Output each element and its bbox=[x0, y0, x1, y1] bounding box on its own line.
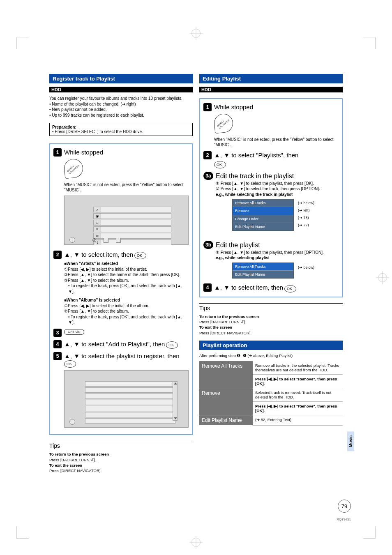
menu-arrow-labels: (➔ below) (➔ left) (➔ 78) (➔ 77) bbox=[298, 200, 331, 228]
ok-button-icon: OK bbox=[166, 341, 178, 349]
disc-icon bbox=[69, 419, 75, 425]
ok-button-icon: OK bbox=[64, 360, 76, 368]
playlist-operation-table: Remove All Tracks Remove all tracks in t… bbox=[199, 361, 343, 426]
instruction-line: ③Press [▲, ▼] to select the album. bbox=[64, 278, 189, 283]
instruction-sub: • To register the track, press [OK], and… bbox=[64, 314, 189, 325]
option-menu-3a: Remove All Tracks Remove Change Order Ed… bbox=[232, 199, 294, 231]
navigator-screen-mock: ♪ ◉ ♫ ≡ ⧈ ♩ ⓘ bbox=[64, 196, 189, 245]
side-tab-music: Music bbox=[347, 431, 354, 451]
section-title-editing: Editing Playlist bbox=[199, 74, 343, 83]
step-4: 4 ▲, ▼ to select "Add to Playlist", then… bbox=[53, 340, 189, 349]
table-row: Edit Playlist Name (➔ 82, Entering Text) bbox=[199, 415, 343, 425]
prep-text: • Press [DRIVE SELECT] to select the HDD… bbox=[52, 129, 143, 134]
step-number-icon: 2 bbox=[203, 151, 212, 159]
list-item bbox=[85, 400, 175, 405]
album-icon: ◉ bbox=[94, 214, 101, 219]
intro-text: You can register your favourite albums a… bbox=[49, 96, 193, 118]
step-number-icon: 4 bbox=[53, 340, 62, 348]
crop-mark bbox=[16, 526, 29, 539]
op-action: Press [◀, ▶] to select "Remove", then pr… bbox=[253, 374, 343, 388]
list-item bbox=[85, 406, 175, 411]
list-item bbox=[85, 394, 175, 399]
right-column: Editing Playlist HDD 1 While stopped Whe… bbox=[199, 74, 343, 474]
instruction-line: ①Press [◀, ▶] to select the initial of t… bbox=[64, 267, 189, 272]
step-title: ▲, ▼ to select item, then bbox=[214, 284, 283, 291]
op-action: Press [◀, ▶] to select "Remove", then pr… bbox=[253, 401, 343, 415]
flow-left: 1 While stopped When "MUSIC" is not sele… bbox=[49, 143, 193, 435]
step-title: While stopped bbox=[214, 103, 339, 111]
playlist-icon: ≡ bbox=[94, 227, 101, 232]
instruction-line: ② Press [▲, ▼] to select the track, then… bbox=[216, 186, 339, 192]
crop-mark bbox=[363, 526, 376, 539]
step-title: ▲, ▼ to select item, then bbox=[64, 251, 133, 258]
step-title: ▲, ▼ to select the playlist to register,… bbox=[64, 352, 180, 359]
list-item bbox=[85, 418, 175, 424]
step-3: 3 OPTION bbox=[53, 329, 189, 337]
step-number-icon: 4 bbox=[203, 283, 212, 292]
r-step-4: 4 ▲, ▼ to select item, then OK bbox=[203, 283, 339, 292]
step-number-icon: 1 bbox=[203, 103, 212, 111]
section-title-op: Playlist operation bbox=[199, 341, 343, 350]
step-title: ▲, ▼ to select "Add to Playlist", then bbox=[64, 341, 165, 348]
menu-item: Change Order bbox=[233, 215, 293, 223]
intro-line: You can register your favourite albums a… bbox=[49, 96, 193, 101]
tips-body: To return to the previous screen Press [… bbox=[49, 451, 193, 473]
instruction-sub: • To register the track, press [OK], and… bbox=[64, 283, 189, 294]
hdd-tag: HDD bbox=[49, 87, 193, 92]
arrow-label: (➔ left) bbox=[298, 208, 331, 213]
ok-button-icon: OK bbox=[214, 161, 226, 168]
subheading-albums: ■When "Albums" is selected bbox=[64, 297, 189, 303]
tips-text: Press [DIRECT NAVIGATOR]. bbox=[199, 331, 251, 335]
op-after-text: After performing step ❶–❹ (➔ above, Edit… bbox=[199, 353, 343, 358]
ok-button-icon: OK bbox=[134, 252, 146, 259]
op-label: Remove bbox=[199, 388, 253, 415]
hdd-tag: HDD bbox=[199, 87, 343, 92]
op-desc: (➔ 82, Entering Text) bbox=[253, 415, 343, 425]
flow-right: 1 While stopped When "MUSIC" is not sele… bbox=[199, 98, 343, 297]
step-number-icon: 5 bbox=[53, 352, 62, 360]
instruction-line: ②Press [▲, ▼] to select the name of the … bbox=[64, 272, 189, 278]
intro-bullet: • Name of the playlist can be changed. (… bbox=[49, 101, 193, 107]
step-number-icon: 1 bbox=[53, 148, 62, 157]
step-title: Edit the track in the playlist bbox=[216, 172, 339, 181]
intro-bullet: • Up to 999 tracks can be registered to … bbox=[49, 113, 193, 118]
r-step-3a: 3a Edit the track in the playlist ① Pres… bbox=[203, 172, 339, 262]
step-2: 2 ▲, ▼ to select item, then OK ■When "Ar… bbox=[53, 251, 189, 325]
scrollbar-icon bbox=[173, 381, 178, 421]
menu-item: Remove bbox=[233, 207, 293, 215]
tips-heading: Tips bbox=[199, 303, 343, 311]
artist-icon: ♪ bbox=[94, 207, 101, 212]
crop-mark bbox=[16, 37, 29, 49]
table-row: Remove Selected track is removed. Track … bbox=[199, 388, 343, 401]
genre-icon: ♫ bbox=[94, 220, 101, 225]
r-step-2: 2 ▲, ▼ to select "Playlists", then OK bbox=[203, 151, 339, 168]
info-icon: ⓘ bbox=[92, 238, 96, 243]
op-desc: Remove all tracks in the selected playli… bbox=[253, 361, 343, 375]
registration-mark bbox=[191, 29, 201, 38]
option-menu-3b: Remove All Tracks Edit Playlist Name bbox=[232, 263, 294, 279]
ok-button-icon: OK bbox=[284, 285, 296, 292]
registration-mark bbox=[191, 538, 201, 547]
op-desc: Selected track is removed. Track itself … bbox=[253, 388, 343, 401]
step-title: ▲, ▼ to select "Playlists", then bbox=[214, 152, 298, 159]
subheading-artists: ■When "Artists" is selected bbox=[64, 261, 189, 267]
direct-navigator-icon bbox=[213, 113, 234, 134]
menu-item: Remove All Tracks bbox=[233, 199, 293, 207]
list-item bbox=[85, 387, 175, 393]
yellow-square-icon bbox=[116, 238, 121, 243]
arrow-label: (➔ 77) bbox=[298, 223, 331, 228]
tips-text: Press [BACK/RETURN ↺]. bbox=[49, 458, 96, 462]
r-step-1: 1 While stopped When "MUSIC" is not sele… bbox=[203, 103, 339, 148]
tips-label: To exit the screen bbox=[49, 463, 193, 468]
instruction-line: ①Press [◀, ▶] to select the initial of t… bbox=[64, 303, 189, 309]
tips-label: To return to the previous screen bbox=[199, 314, 343, 319]
eg-label: e.g., while selecting the track in playl… bbox=[216, 192, 339, 198]
step-1: 1 While stopped When "MUSIC" is not sele… bbox=[53, 148, 189, 247]
tips-text: Press [BACK/RETURN ↺]. bbox=[199, 320, 246, 324]
step-title: While stopped bbox=[64, 148, 189, 157]
disc-icon bbox=[69, 237, 75, 243]
green-square-icon bbox=[104, 238, 108, 243]
instruction-line: ②Press [▲, ▼] to select the album. bbox=[64, 309, 189, 314]
step-number-icon: 2 bbox=[53, 251, 62, 259]
step-5: 5 ▲, ▼ to select the playlist to registe… bbox=[53, 352, 189, 430]
